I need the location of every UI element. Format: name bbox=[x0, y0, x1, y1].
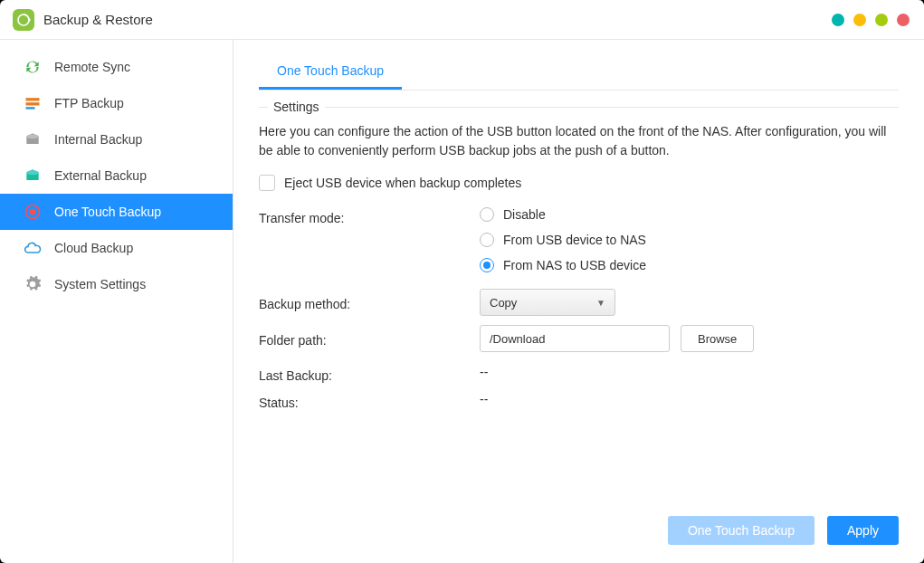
transfer-mode-label: Transfer mode: bbox=[259, 207, 480, 225]
apply-button[interactable]: Apply bbox=[827, 516, 899, 545]
svg-rect-2 bbox=[26, 98, 40, 100]
svg-point-5 bbox=[26, 134, 38, 138]
folder-path-label: Folder path: bbox=[259, 329, 480, 348]
sidebar-item-label: External Backup bbox=[54, 168, 147, 183]
sync-icon bbox=[24, 58, 42, 76]
backup-method-label: Backup method: bbox=[259, 293, 480, 311]
sidebar: Remote Sync FTP Backup bbox=[0, 40, 233, 563]
radio-disable[interactable]: Disable bbox=[480, 207, 899, 222]
eject-label: Eject USB device when backup completes bbox=[284, 176, 521, 190]
radio-nas-to-usb[interactable]: From NAS to USB device bbox=[480, 258, 899, 272]
transfer-mode-row: Transfer mode: Disable From USB device t… bbox=[259, 207, 899, 272]
radio-input-usb-to-nas[interactable] bbox=[480, 233, 494, 247]
close-button[interactable] bbox=[897, 14, 910, 26]
app-body: Remote Sync FTP Backup bbox=[0, 40, 924, 563]
last-backup-value: -- bbox=[480, 365, 899, 379]
internal-disk-icon bbox=[24, 130, 42, 148]
tab-one-touch-backup[interactable]: One Touch Backup bbox=[259, 54, 402, 90]
radio-label: From USB device to NAS bbox=[503, 233, 646, 247]
one-touch-backup-button[interactable]: One Touch Backup bbox=[668, 516, 814, 545]
one-touch-icon bbox=[24, 203, 42, 221]
svg-point-6 bbox=[26, 170, 38, 175]
app-icon bbox=[13, 9, 34, 31]
folder-path-input[interactable] bbox=[480, 325, 670, 352]
sidebar-item-label: System Settings bbox=[54, 277, 146, 291]
sidebar-item-remote-sync[interactable]: Remote Sync bbox=[0, 49, 233, 85]
main-panel: One Touch Backup Settings Here you can c… bbox=[233, 40, 924, 563]
backup-method-row: Backup method: Copy ▼ bbox=[259, 289, 899, 316]
window-button-yellow[interactable] bbox=[853, 14, 866, 26]
sidebar-item-system-settings[interactable]: System Settings bbox=[0, 266, 233, 302]
svg-marker-1 bbox=[29, 18, 31, 22]
minimize-button[interactable] bbox=[832, 14, 844, 26]
sidebar-item-cloud-backup[interactable]: Cloud Backup bbox=[0, 230, 233, 266]
svg-point-8 bbox=[30, 209, 36, 215]
last-backup-row: Last Backup: -- bbox=[259, 365, 899, 383]
status-value: -- bbox=[480, 392, 899, 406]
eject-checkbox-row: Eject USB device when backup completes bbox=[259, 175, 899, 191]
sidebar-item-label: Internal Backup bbox=[54, 132, 142, 147]
app-title: Backup & Restore bbox=[43, 12, 153, 27]
radio-label: From NAS to USB device bbox=[503, 258, 646, 272]
app-window: Backup & Restore Remote Sync bbox=[0, 0, 924, 563]
svg-rect-3 bbox=[26, 102, 40, 105]
gear-icon bbox=[24, 275, 42, 293]
settings-fieldset: Settings Here you can configure the acti… bbox=[259, 107, 899, 415]
svg-rect-4 bbox=[26, 107, 35, 110]
sidebar-item-label: Cloud Backup bbox=[54, 241, 133, 255]
radio-label: Disable bbox=[503, 207, 546, 222]
select-value: Copy bbox=[490, 296, 517, 310]
radio-input-disable[interactable] bbox=[480, 207, 494, 222]
sidebar-item-external-backup[interactable]: External Backup bbox=[0, 157, 233, 194]
titlebar: Backup & Restore bbox=[0, 0, 924, 40]
status-row: Status: -- bbox=[259, 392, 899, 410]
last-backup-label: Last Backup: bbox=[259, 365, 480, 383]
browse-button[interactable]: Browse bbox=[681, 325, 754, 352]
tab-bar: One Touch Backup bbox=[259, 54, 899, 91]
footer-buttons: One Touch Backup Apply bbox=[668, 516, 899, 545]
window-controls bbox=[832, 14, 910, 26]
folder-path-row: Folder path: Browse bbox=[259, 325, 899, 352]
settings-legend: Settings bbox=[268, 100, 325, 114]
settings-description: Here you can configure the action of the… bbox=[259, 122, 899, 160]
maximize-button[interactable] bbox=[875, 14, 888, 26]
chevron-down-icon: ▼ bbox=[596, 298, 605, 308]
external-disk-icon bbox=[24, 167, 42, 185]
sidebar-item-ftp-backup[interactable]: FTP Backup bbox=[0, 85, 233, 121]
backup-method-select[interactable]: Copy ▼ bbox=[480, 289, 615, 316]
sidebar-item-one-touch-backup[interactable]: One Touch Backup bbox=[0, 194, 233, 230]
sidebar-item-label: FTP Backup bbox=[54, 96, 124, 110]
sidebar-item-label: Remote Sync bbox=[54, 60, 130, 74]
sidebar-item-internal-backup[interactable]: Internal Backup bbox=[0, 121, 233, 157]
radio-input-nas-to-usb[interactable] bbox=[480, 258, 494, 272]
eject-checkbox[interactable] bbox=[259, 175, 275, 191]
transfer-radio-group: Disable From USB device to NAS From NAS … bbox=[480, 207, 899, 272]
ftp-icon bbox=[24, 94, 42, 112]
sidebar-item-label: One Touch Backup bbox=[54, 205, 161, 219]
radio-usb-to-nas[interactable]: From USB device to NAS bbox=[480, 233, 899, 247]
status-label: Status: bbox=[259, 392, 480, 410]
cloud-icon bbox=[24, 239, 42, 257]
